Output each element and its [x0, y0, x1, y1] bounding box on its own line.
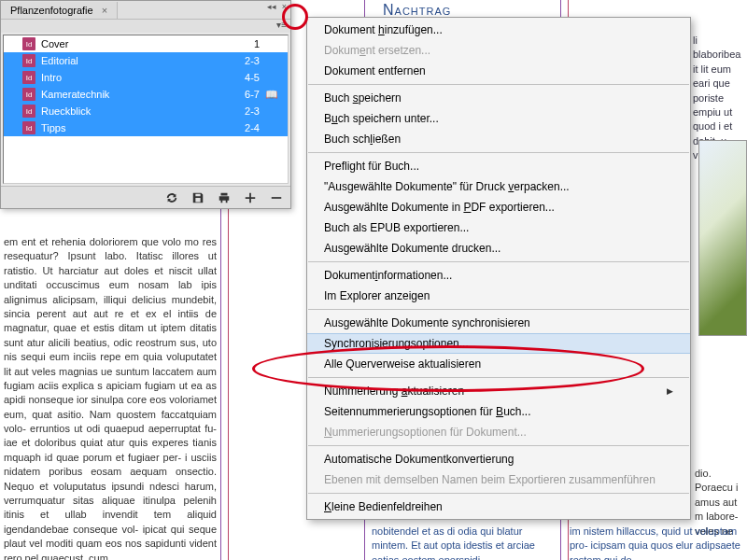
menu-item-label: Seitennummerierungsoptionen für Buch...	[324, 405, 530, 418]
menu-item-label: Ausgewählte Dokumente synchronisieren	[324, 316, 530, 329]
panel-flyout-menu: Dokument hinzufügen...Dokument ersetzen.…	[306, 17, 691, 520]
menu-item-label: Alle Querverweise aktualisieren	[324, 357, 481, 371]
menu-item[interactable]: Ausgewählte Dokumente drucken...	[307, 238, 690, 259]
doc-pages: 1	[220, 38, 265, 49]
menu-item: Nummerierungsoptionen für Dokument...	[307, 422, 690, 442]
document-row[interactable]: IdKameratechnik6-7📖	[4, 86, 288, 103]
menu-item[interactable]: Preflight für Buch...	[307, 156, 690, 176]
indesign-doc-icon: Id	[21, 54, 37, 67]
menu-item-label: Synchronisierungsoptionen...	[324, 337, 469, 350]
menu-item[interactable]: Seitennummerierungsoptionen für Buch...	[307, 401, 690, 422]
menu-item-label: Dokument ersetzen...	[324, 44, 430, 57]
menu-item[interactable]: Buch speichern	[307, 88, 690, 108]
doc-pages: 4-5	[220, 72, 265, 83]
menu-item-label: Ausgewählte Dokumente in PDF exportieren…	[324, 201, 555, 214]
menu-item-label: Buch als EPUB exportieren...	[324, 221, 469, 234]
document-row[interactable]: IdCover1	[4, 35, 288, 52]
menu-item-label: Nummerierungsoptionen für Dokument...	[324, 426, 527, 439]
document-row[interactable]: IdTipps2-4	[4, 119, 288, 136]
menu-item-label: Kleine Bedienfeldreihen	[324, 500, 443, 513]
panel-footer	[1, 186, 290, 208]
menu-item-label: Buch speichern unter...	[324, 112, 439, 125]
image-placeholder	[698, 140, 747, 336]
submenu-arrow-icon: ▶	[667, 386, 673, 396]
menu-item-label: Dokument entfernen	[324, 64, 426, 77]
remove-icon[interactable]	[270, 191, 283, 204]
add-icon[interactable]	[244, 191, 257, 204]
close-icon[interactable]: ×	[102, 5, 107, 16]
menu-item-label: Ebenen mit demselben Namen beim Exportie…	[324, 473, 655, 486]
menu-separator	[308, 445, 689, 446]
panel-tab[interactable]: Pflanzenfotografie ×	[1, 2, 118, 19]
menu-separator	[308, 309, 689, 310]
print-icon[interactable]	[218, 191, 231, 204]
document-row[interactable]: IdRueckblick2-3	[4, 103, 288, 119]
panel-tab-label: Pflanzenfotografie	[10, 5, 93, 16]
menu-item-label: Im Explorer anzeigen	[324, 289, 430, 302]
menu-item[interactable]: Synchronisierungsoptionen...	[307, 333, 690, 354]
menu-item[interactable]: Buch als EPUB exportieren...	[307, 217, 690, 238]
panel-menu-icon[interactable]: ▾≡	[276, 20, 287, 30]
menu-item[interactable]: Kleine Bedienfeldreihen	[307, 497, 690, 517]
indesign-doc-icon: Id	[21, 121, 37, 134]
panel-close-icon[interactable]: ×	[282, 2, 287, 11]
menu-item[interactable]: Ausgewählte Dokumente in PDF exportieren…	[307, 197, 690, 217]
panel-header: Pflanzenfotografie × ◂◂ ×	[1, 1, 290, 20]
menu-item-label: Preflight für Buch...	[324, 160, 419, 173]
indesign-doc-icon: Id	[21, 105, 37, 118]
menu-item: Ebenen mit demselben Namen beim Exportie…	[307, 469, 690, 490]
menu-item[interactable]: Nummerierung aktualisieren▶	[307, 381, 690, 401]
menu-separator	[308, 261, 689, 262]
menu-item[interactable]: Dokument entfernen	[307, 61, 690, 81]
menu-item-label: Buch schließen	[324, 133, 401, 146]
menu-item[interactable]: Alle Querverweise aktualisieren	[307, 354, 690, 374]
body-text-bottom-left: nobitendel et as di odia qui blatur mint…	[372, 525, 558, 560]
menu-item[interactable]: "Ausgewählte Dokumente" für Druck verpac…	[307, 176, 690, 197]
document-list: IdCover1IdEditorial2-3IdIntro4-5IdKamera…	[3, 35, 289, 184]
menu-item[interactable]: Automatische Dokumentkonvertierung	[307, 449, 690, 469]
body-text-left: em ent et rehenia doloriorem que volo mo…	[0, 233, 220, 560]
body-text-bottom-right: im nistem hillaccus, quid ut voluptam pr…	[570, 525, 747, 560]
menu-item[interactable]: Buch schließen	[307, 129, 690, 149]
doc-pages: 2-3	[220, 105, 265, 117]
document-row[interactable]: IdIntro4-5	[4, 69, 288, 86]
doc-pages: 2-3	[220, 55, 265, 66]
menu-separator	[308, 152, 689, 153]
doc-name: Kameratechnik	[37, 89, 220, 100]
menu-item-label: Buch speichern	[324, 91, 402, 105]
menu-item: Dokument ersetzen...	[307, 40, 690, 61]
doc-name: Cover	[37, 38, 220, 49]
menu-item-label: Ausgewählte Dokumente drucken...	[324, 242, 500, 255]
menu-item-label: Nummerierung aktualisieren	[324, 385, 464, 398]
doc-name: Editorial	[37, 55, 220, 66]
menu-item[interactable]: Dokumentinformationen...	[307, 265, 690, 286]
indesign-doc-icon: Id	[21, 37, 37, 50]
book-panel: Pflanzenfotografie × ◂◂ × ▾≡ IdCover1IdE…	[0, 0, 291, 209]
menu-separator	[308, 84, 689, 85]
menu-item-label: "Ausgewählte Dokumente" für Druck verpac…	[324, 180, 570, 193]
doc-name: Rueckblick	[37, 105, 220, 117]
document-row[interactable]: IdEditorial2-3	[4, 52, 288, 69]
save-icon[interactable]	[191, 191, 204, 204]
menu-item-label: Dokument hinzufügen...	[324, 23, 443, 36]
sync-icon[interactable]	[165, 191, 178, 204]
doc-pages: 6-7	[220, 89, 265, 100]
doc-name: Intro	[37, 72, 220, 83]
menu-item-label: Automatische Dokumentkonvertierung	[324, 453, 514, 466]
indesign-doc-icon: Id	[21, 71, 37, 84]
menu-separator	[308, 377, 689, 378]
doc-spread-icon: 📖	[265, 89, 284, 101]
doc-pages: 2-4	[220, 122, 265, 133]
menu-item[interactable]: Buch speichern unter...	[307, 108, 690, 129]
menu-separator	[308, 493, 689, 494]
menu-item[interactable]: Ausgewählte Dokumente synchronisieren	[307, 313, 690, 333]
menu-item[interactable]: Im Explorer anzeigen	[307, 286, 690, 306]
collapse-icon[interactable]: ◂◂	[267, 2, 276, 11]
indesign-doc-icon: Id	[21, 88, 37, 101]
doc-name: Tipps	[37, 122, 220, 133]
menu-item-label: Dokumentinformationen...	[324, 269, 452, 282]
menu-item[interactable]: Dokument hinzufügen...	[307, 20, 690, 40]
